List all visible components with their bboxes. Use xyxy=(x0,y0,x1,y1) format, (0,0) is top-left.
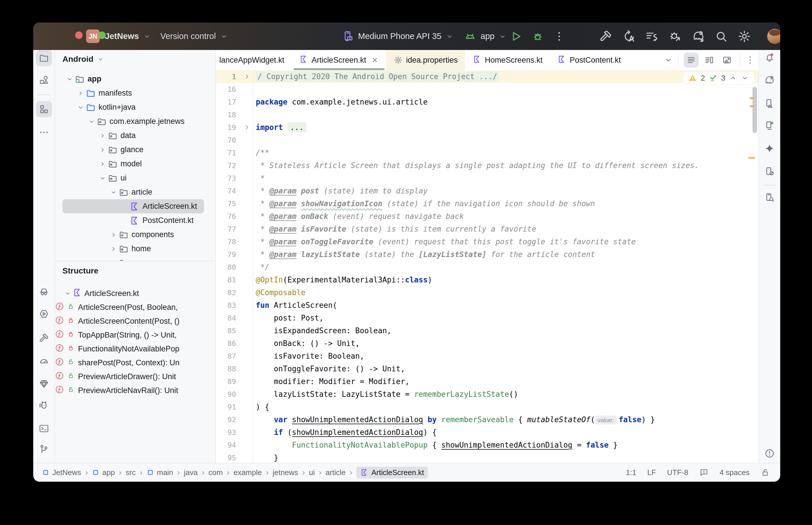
collapse-chevron[interactable] xyxy=(64,74,75,84)
collapse-chevron[interactable] xyxy=(86,116,97,127)
line-number[interactable]: 86 xyxy=(216,339,236,348)
settings-gear-button[interactable] xyxy=(738,30,751,43)
structure-item-row[interactable]: FunctionalityNotAvailablePop xyxy=(55,342,216,356)
code-line-92[interactable]: 92 var showUnimplementedActionDialog by … xyxy=(216,413,758,426)
tree-row-ArticleScreen.kt[interactable]: ArticleScreen.kt xyxy=(62,199,204,213)
device-manager-phone-button[interactable] xyxy=(762,95,778,111)
services-hexagon-play-button[interactable] xyxy=(36,306,52,322)
tree-row-PostContent.kt[interactable]: PostContent.kt xyxy=(62,213,204,228)
code-line-78[interactable]: 78 * @param onToggleFavorite (event) req… xyxy=(216,235,758,248)
editor-tab-idea.properties[interactable]: idea.properties xyxy=(386,50,465,70)
tree-row-components[interactable]: components xyxy=(62,228,204,242)
code-line-75[interactable]: 75 * @param showNavigationIcon (state) i… xyxy=(216,197,758,210)
breadcrumb-item-ArticleScreen.kt[interactable]: ArticleScreen.kt xyxy=(356,467,428,479)
project-badge[interactable]: JN xyxy=(86,29,100,43)
code-line-82[interactable]: 82@Composable xyxy=(216,286,758,299)
breadcrumb-item-JetNews[interactable]: JetNews xyxy=(42,468,81,477)
structure-grid-button[interactable] xyxy=(36,101,52,117)
line-number[interactable]: 1 xyxy=(216,73,236,81)
line-number[interactable]: 19 xyxy=(216,123,236,132)
inspection-bubble-icon[interactable] xyxy=(699,468,709,477)
code-line-76[interactable]: 76 * @param onBack (event) request navig… xyxy=(216,210,758,223)
file-encoding[interactable]: UTF-8 xyxy=(667,468,688,477)
structure-item-row[interactable]: sharePost(Post, Context): Un xyxy=(55,356,216,370)
tree-row-kotlin+java[interactable]: kotlin+java xyxy=(62,100,204,114)
expand-chevron[interactable] xyxy=(108,229,119,240)
user-avatar[interactable] xyxy=(767,29,780,44)
typo-stripe-mark[interactable] xyxy=(748,157,755,159)
editor-tab-PostContent.kt[interactable]: PostContent.kt xyxy=(550,50,628,70)
tree-row-manifests[interactable]: manifests xyxy=(62,86,204,100)
tree-row-glance[interactable]: glance xyxy=(62,142,204,157)
line-number[interactable]: 90 xyxy=(216,390,236,399)
device-explorer-search-button[interactable] xyxy=(762,190,778,206)
notifications-bell-button[interactable] xyxy=(762,49,778,65)
line-number[interactable]: 94 xyxy=(216,441,236,449)
code-line-77[interactable]: 77 * @param isFavorite (state) is this i… xyxy=(216,223,758,235)
structure-item-row[interactable]: ArticleScreenContent(Post, () xyxy=(55,314,216,328)
line-number[interactable]: 88 xyxy=(216,365,236,373)
structure-root-row[interactable]: ArticleScreen.kt xyxy=(55,286,216,300)
code-line-81[interactable]: 81@OptIn(ExperimentalMaterial3Api::class… xyxy=(216,273,758,286)
code-line-17[interactable]: 17package com.example.jetnews.ui.article xyxy=(216,95,758,108)
caret-position[interactable]: 1:1 xyxy=(626,468,636,477)
project-widget[interactable]: JetNews xyxy=(105,22,151,50)
breadcrumb-item-java[interactable]: java xyxy=(184,468,198,477)
line-number[interactable]: 83 xyxy=(216,301,236,310)
line-number[interactable]: 93 xyxy=(216,428,236,437)
code-line-90[interactable]: 90 lazyListState: LazyListState = rememb… xyxy=(216,388,758,401)
task-list-s-button[interactable] xyxy=(645,30,659,43)
warning-stripe-mark[interactable] xyxy=(750,105,754,107)
vcs-widget[interactable]: Version control xyxy=(160,22,228,50)
line-number[interactable]: 18 xyxy=(216,110,236,119)
fold-chevron-icon[interactable] xyxy=(243,73,251,80)
structure-item-row[interactable]: PreviewArticleNavRail(): Unit xyxy=(55,384,216,397)
breadcrumb-item-main[interactable]: main xyxy=(147,468,173,477)
line-number[interactable]: 77 xyxy=(216,225,236,233)
line-number[interactable]: 73 xyxy=(216,174,236,182)
refresh-a-button[interactable] xyxy=(622,30,635,43)
line-number[interactable]: 82 xyxy=(216,288,236,297)
code-line-79[interactable]: 79 * @param lazyListState (state) the [L… xyxy=(216,248,758,261)
code-line-95[interactable]: 95 } xyxy=(216,451,758,463)
more-actions-button[interactable] xyxy=(553,31,565,42)
run-configuration-selector[interactable]: app xyxy=(464,22,506,50)
code-line-85[interactable]: 85 isExpandedScreen: Boolean, xyxy=(216,324,758,337)
line-ending[interactable]: LF xyxy=(647,468,656,477)
code-editor[interactable]: 1/ Copyright 2020 The Android Open Sourc… xyxy=(216,70,758,463)
code-line-93[interactable]: 93 if (showUnimplementedActionDialog) { xyxy=(216,426,758,439)
collapse-chevron[interactable] xyxy=(98,173,108,183)
editor-tab-lanceAppWidget.kt[interactable]: lanceAppWidget.kt xyxy=(216,50,292,70)
device-selector[interactable]: Medium Phone API 35 xyxy=(342,22,454,50)
breadcrumb-item-app[interactable]: app xyxy=(92,468,115,477)
code-line-19[interactable]: 19import ... xyxy=(216,121,758,134)
line-number[interactable]: 16 xyxy=(216,85,236,93)
inspections-widget[interactable]: 2 3 xyxy=(683,71,754,85)
expand-chevron[interactable] xyxy=(98,131,108,141)
code-line-91[interactable]: 91) { xyxy=(216,401,758,413)
expand-chevron[interactable] xyxy=(75,88,86,99)
line-number[interactable]: 78 xyxy=(216,238,236,246)
breadcrumb-item-src[interactable]: src xyxy=(126,468,136,477)
tree-row-article[interactable]: article xyxy=(62,185,204,199)
code-line-18[interactable]: 18 xyxy=(216,108,758,121)
resource-manager-shapes-button[interactable] xyxy=(36,72,52,88)
line-number[interactable]: 92 xyxy=(216,416,236,424)
app-inspection-diamond-button[interactable] xyxy=(36,376,52,392)
code-line-1[interactable]: 1/ Copyright 2020 The Android Open Sourc… xyxy=(216,70,758,83)
code-line-87[interactable]: 87 isFavorite: Boolean, xyxy=(216,350,758,362)
line-number[interactable]: 87 xyxy=(216,352,236,360)
line-number[interactable]: 95 xyxy=(216,454,236,462)
gemini-sparkle-button[interactable] xyxy=(762,140,778,156)
attach-debugger-button[interactable] xyxy=(668,30,682,43)
gradle-sync-button[interactable] xyxy=(692,30,705,43)
running-devices-phone-button[interactable] xyxy=(762,118,778,134)
line-number[interactable]: 75 xyxy=(216,199,236,208)
collapse-chevron[interactable] xyxy=(62,288,73,299)
code-line-88[interactable]: 88 onToggleFavorite: () -> Unit, xyxy=(216,362,758,375)
tree-row-app[interactable]: app xyxy=(62,72,204,86)
breadcrumb-item-jetnews[interactable]: jetnews xyxy=(273,468,298,477)
gradle-elephant-button[interactable] xyxy=(762,72,778,88)
line-number[interactable]: 81 xyxy=(216,276,236,284)
run-button[interactable] xyxy=(510,30,522,43)
